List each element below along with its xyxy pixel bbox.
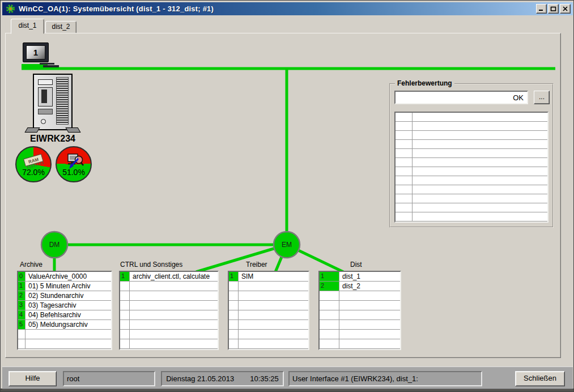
tab-dist-1[interactable]: dist_1 — [11, 19, 44, 34]
table-row[interactable] — [229, 282, 308, 291]
table-row[interactable]: 2dist_2 — [320, 282, 400, 291]
row-value-cell: dist_1 — [339, 272, 400, 281]
row-value-cell — [339, 339, 400, 348]
row-value-cell — [239, 339, 308, 348]
table-row[interactable] — [396, 140, 547, 149]
table-row[interactable] — [229, 291, 308, 301]
table-row[interactable] — [229, 339, 308, 349]
row-index-cell — [396, 212, 413, 221]
maximize-button[interactable] — [548, 4, 559, 14]
table-row[interactable] — [320, 339, 400, 349]
table-row[interactable]: 0ValueArchive_0000 — [18, 272, 111, 282]
table-row[interactable] — [120, 320, 218, 330]
server-slot — [41, 90, 47, 103]
fehlerbewertung-more-button[interactable]: ... — [534, 91, 550, 104]
archive-table: 0ValueArchive_0000101) 5 Minuten Archiv2… — [17, 271, 112, 350]
table-row[interactable] — [396, 167, 547, 176]
row-value-cell — [239, 282, 308, 291]
table-row[interactable] — [396, 176, 547, 185]
help-button[interactable]: Hilfe — [8, 371, 57, 386]
table-row[interactable] — [320, 310, 400, 320]
tab-dist-2[interactable]: dist_2 — [45, 21, 76, 34]
table-row[interactable] — [229, 310, 308, 320]
table-row[interactable]: 202) Stundenarchiv — [18, 291, 111, 301]
row-value-cell — [413, 131, 547, 139]
server-tower-icon[interactable] — [33, 74, 73, 130]
row-value-cell — [239, 291, 308, 300]
row-value-cell: 03) Tagesarchiv — [25, 301, 111, 310]
fehlerbewertung-status-field[interactable]: OK — [394, 91, 528, 104]
ui-station-number: 1 — [26, 45, 45, 59]
row-value-cell — [25, 330, 111, 339]
row-value-cell — [413, 113, 547, 121]
table-row[interactable]: 1SIM — [229, 272, 308, 282]
system-load-gauge[interactable]: 51.0% — [56, 146, 92, 182]
table-row[interactable] — [229, 330, 308, 339]
server-name-label: EIWRK234 — [11, 134, 94, 144]
monitor-stand — [40, 63, 54, 65]
em-manager-node[interactable]: EM — [274, 232, 300, 258]
table-row[interactable] — [320, 330, 400, 339]
table-row[interactable] — [320, 291, 400, 301]
table-row[interactable]: 1archiv_client.ctl, calculate — [120, 272, 218, 282]
dm-manager-node[interactable]: DM — [41, 232, 67, 258]
close-window-button[interactable]: Schließen — [515, 371, 565, 386]
row-value-cell — [130, 282, 218, 291]
row-value-cell — [339, 310, 400, 319]
table-row[interactable] — [396, 212, 547, 221]
row-value-cell — [239, 301, 308, 310]
row-index-cell — [396, 140, 413, 148]
minimize-button[interactable] — [536, 4, 547, 14]
row-index-cell: 2 — [320, 282, 339, 291]
status-bar: Hilfe root Dienstag 21.05.2013 10:35:25 … — [2, 367, 573, 389]
table-row[interactable] — [229, 320, 308, 330]
table-row[interactable] — [120, 291, 218, 301]
row-index-cell — [396, 194, 413, 203]
treiber-section-label: Treiber — [246, 261, 267, 269]
table-row[interactable] — [320, 301, 400, 310]
row-value-cell — [413, 149, 547, 157]
table-row[interactable] — [120, 282, 218, 291]
row-index-cell — [396, 203, 413, 212]
table-row[interactable] — [229, 301, 308, 310]
table-row[interactable] — [396, 122, 547, 131]
table-row[interactable] — [120, 310, 218, 320]
table-row[interactable] — [396, 131, 547, 140]
table-row[interactable]: 505) Meldungsarchiv — [18, 320, 111, 330]
table-row[interactable] — [396, 158, 547, 167]
row-index-cell — [396, 131, 413, 139]
table-row[interactable] — [396, 185, 547, 194]
table-row[interactable] — [120, 339, 218, 349]
row-value-cell — [339, 330, 400, 339]
table-row[interactable] — [120, 301, 218, 310]
close-button[interactable] — [560, 4, 571, 14]
row-index-cell — [229, 310, 239, 319]
table-row[interactable] — [18, 339, 111, 349]
table-row[interactable] — [18, 330, 111, 339]
table-row[interactable] — [396, 149, 547, 158]
server-foot-right — [65, 127, 80, 133]
dist-table: 1dist_12dist_2 — [318, 271, 401, 350]
window-title: WinCC_OA(1): Systemübersicht (dist_1 - 3… — [19, 5, 535, 13]
table-row[interactable]: 303) Tagesarchiv — [18, 301, 111, 310]
time-label: 10:35:25 — [250, 372, 279, 385]
table-row[interactable] — [120, 330, 218, 339]
user-field[interactable]: root — [63, 371, 155, 386]
row-index-cell — [396, 167, 413, 176]
svg-text:EM: EM — [282, 241, 292, 249]
table-row[interactable]: 404) Befehlsarchiv — [18, 310, 111, 320]
table-row[interactable] — [320, 320, 400, 330]
table-row[interactable]: 101) 5 Minuten Archiv — [18, 282, 111, 291]
row-index-cell — [18, 330, 25, 339]
ui-station-icon[interactable]: 1 — [23, 42, 49, 62]
table-row[interactable] — [396, 194, 547, 203]
table-row[interactable]: 1dist_1 — [320, 272, 400, 282]
row-index-cell: 0 — [18, 272, 25, 281]
row-value-cell — [239, 330, 308, 339]
row-index-cell — [396, 122, 413, 130]
table-row[interactable] — [396, 203, 547, 212]
row-value-cell — [339, 301, 400, 310]
fehlerbewertung-title: Fehlerbewertung — [395, 79, 454, 87]
table-row[interactable] — [396, 113, 547, 122]
ram-usage-gauge[interactable]: RAM 72.0% — [15, 146, 52, 182]
